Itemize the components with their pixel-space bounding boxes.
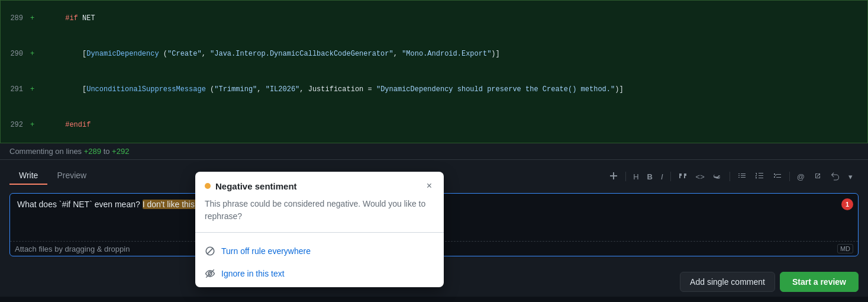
code-line-291: 291 + [UnconditionalSuppressMessage ("Tr…: [1, 72, 867, 107]
code-line-290: 290 + [DynamicDependency ("Create", "Jav…: [1, 36, 867, 72]
sentiment-popup: Negative sentiment × This phrase could b…: [195, 172, 444, 287]
tab-preview[interactable]: Preview: [47, 167, 96, 185]
highlighted-text: I don't like this.: [143, 200, 197, 209]
commenting-bar: Commenting on lines +289 to +292: [0, 143, 868, 160]
toolbar-add-button[interactable]: [605, 169, 622, 184]
toolbar-undo-btn[interactable]: [827, 169, 844, 184]
toolbar-ordered-list-btn[interactable]: [751, 169, 768, 184]
ban-icon: [205, 246, 215, 256]
eye-off-icon: [205, 268, 215, 279]
attach-text: Attach files by dragging & droppin: [15, 245, 130, 253]
ignore-in-text-label: Ignore in this text: [221, 269, 285, 278]
sentiment-body: This phrase could be considered negative…: [195, 198, 444, 230]
text-before-highlight: What does `#if NET` even mean?: [17, 200, 143, 209]
tab-write[interactable]: Write: [9, 167, 47, 185]
turn-off-rule-label: Turn off rule everywhere: [221, 246, 311, 256]
code-line-292: 292 + #endif: [1, 107, 867, 143]
editor-toolbar: H B I <> @: [605, 169, 859, 184]
sentiment-popup-header: Negative sentiment ×: [195, 172, 444, 198]
toolbar-code-btn[interactable]: <>: [692, 171, 708, 183]
turn-off-rule-button[interactable]: Turn off rule everywhere: [195, 240, 444, 262]
toolbar-bold-btn[interactable]: B: [644, 171, 656, 183]
code-line-289: 289 + #if NET: [1, 1, 867, 36]
ignore-in-text-button[interactable]: Ignore in this text: [195, 262, 444, 285]
notification-badge: 1: [841, 198, 853, 210]
code-block: 289 + #if NET 290 + [DynamicDependency (…: [0, 0, 868, 143]
toolbar-unordered-list-btn[interactable]: [734, 169, 750, 184]
sentiment-divider: [195, 232, 444, 233]
sentiment-close-button[interactable]: ×: [424, 180, 434, 192]
sentiment-actions: Turn off rule everywhere Ignore in this …: [195, 235, 444, 287]
toolbar-dropdown-btn[interactable]: ▾: [845, 171, 856, 183]
svg-line-3: [207, 248, 213, 254]
add-single-comment-button[interactable]: Add single comment: [680, 272, 775, 292]
start-review-button[interactable]: Start a review: [780, 272, 859, 292]
toolbar-link-btn[interactable]: [709, 169, 726, 184]
toolbar-mention-btn[interactable]: @: [793, 171, 808, 183]
sentiment-title: Negative sentiment: [205, 181, 297, 191]
toolbar-task-list-btn[interactable]: [769, 169, 786, 184]
toolbar-sep-1: [625, 172, 626, 181]
markdown-icon: MD: [837, 244, 853, 253]
sentiment-dot: [205, 183, 211, 189]
toolbar-quote-btn[interactable]: [675, 169, 691, 184]
toolbar-sep-2: [670, 172, 671, 181]
toolbar-crossref-btn[interactable]: [809, 169, 826, 184]
toolbar-sep-4: [789, 172, 790, 181]
toolbar-italic-btn[interactable]: I: [657, 171, 667, 183]
toolbar-heading-btn[interactable]: H: [630, 171, 642, 183]
sentiment-title-text: Negative sentiment: [215, 181, 297, 191]
editor-tabs: Write Preview: [9, 167, 96, 185]
toolbar-sep-3: [730, 172, 730, 181]
svg-rect-1: [610, 175, 617, 176]
